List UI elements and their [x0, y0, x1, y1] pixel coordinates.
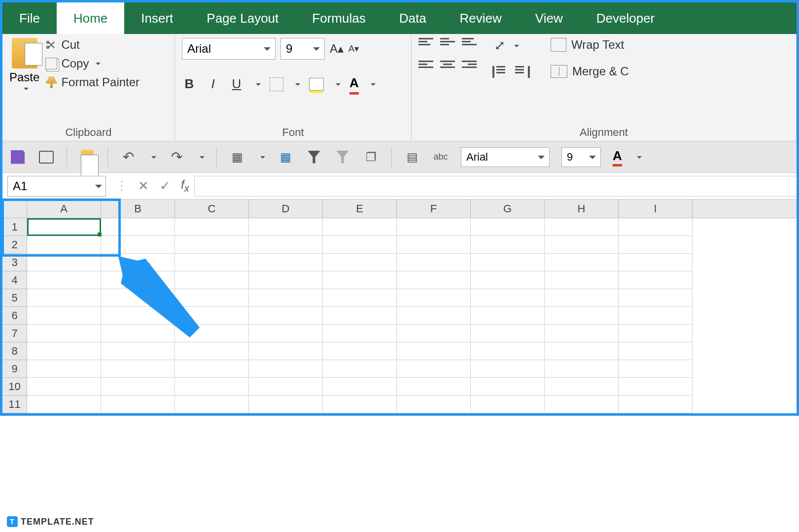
save-button[interactable] — [9, 149, 26, 166]
underline-dropdown-icon[interactable] — [256, 83, 261, 88]
cell-e2[interactable] — [323, 236, 397, 254]
cell-g9[interactable] — [471, 360, 545, 378]
cell-i6[interactable] — [619, 307, 693, 325]
cell-e3[interactable] — [323, 254, 397, 271]
underline-button[interactable]: U — [229, 76, 244, 92]
row-header-9[interactable]: 9 — [2, 360, 27, 378]
row-header-8[interactable]: 8 — [2, 342, 27, 360]
increase-font-icon[interactable]: A▴ — [330, 42, 344, 56]
cell-d7[interactable] — [249, 325, 323, 342]
cell-b8[interactable] — [101, 342, 175, 360]
merge-center-button[interactable]: Merge & C — [551, 65, 629, 78]
cell-b3[interactable] — [101, 254, 175, 271]
cell-i3[interactable] — [619, 254, 693, 271]
qat-font-color-dropdown[interactable] — [637, 156, 642, 161]
cell-f7[interactable] — [397, 325, 471, 342]
cell-c2[interactable] — [175, 236, 249, 254]
cell-a10[interactable] — [27, 378, 101, 396]
align-middle-icon[interactable] — [440, 38, 455, 49]
undo-button[interactable]: ↶ — [120, 149, 137, 166]
cell-d1[interactable] — [249, 218, 323, 236]
cell-d10[interactable] — [249, 378, 323, 396]
cell-g3[interactable] — [471, 254, 545, 271]
qat-font-color-button[interactable]: A — [613, 148, 622, 166]
cell-e8[interactable] — [323, 342, 397, 360]
cell-h11[interactable] — [545, 396, 619, 413]
row-header-6[interactable]: 6 — [2, 307, 27, 325]
row-header-2[interactable]: 2 — [2, 236, 27, 254]
cell-e6[interactable] — [323, 307, 397, 325]
row-header-3[interactable]: 3 — [2, 254, 27, 271]
qat-freeze-button[interactable]: ▤ — [404, 149, 420, 166]
qat-font-size[interactable] — [561, 147, 601, 167]
cell-g5[interactable] — [471, 289, 545, 307]
col-header-b[interactable]: B — [101, 200, 175, 218]
qat-paste-button[interactable] — [79, 149, 96, 166]
qat-clear-filter-button[interactable] — [334, 149, 351, 166]
cell-e9[interactable] — [323, 360, 397, 378]
cell-i7[interactable] — [619, 325, 693, 342]
tab-page-layout[interactable]: Page Layout — [190, 2, 295, 34]
fx-icon[interactable]: fx — [176, 178, 194, 194]
qat-spell-button[interactable]: abc — [432, 149, 449, 166]
decrease-indent-button[interactable] — [492, 66, 507, 78]
formula-input[interactable] — [194, 176, 797, 197]
cell-a7[interactable] — [27, 325, 101, 342]
font-color-dropdown-icon[interactable] — [371, 83, 376, 88]
cell-b11[interactable] — [101, 396, 175, 413]
cell-b6[interactable] — [101, 307, 175, 325]
cell-d11[interactable] — [249, 396, 323, 413]
cell-h7[interactable] — [545, 325, 619, 342]
formula-dots[interactable]: ⋮ — [111, 178, 133, 194]
cell-d4[interactable] — [249, 271, 323, 289]
wrap-text-button[interactable]: Wrap Text — [551, 38, 629, 52]
cell-e10[interactable] — [323, 378, 397, 396]
italic-button[interactable]: I — [206, 76, 220, 92]
increase-indent-button[interactable] — [515, 66, 530, 78]
qat-window-button[interactable]: ❐ — [363, 149, 380, 166]
cell-f10[interactable] — [397, 378, 471, 396]
cell-e1[interactable] — [323, 218, 397, 236]
qat-font-name[interactable] — [461, 147, 550, 167]
cell-f3[interactable] — [397, 254, 471, 271]
cell-i10[interactable] — [619, 378, 693, 396]
border-dropdown-icon[interactable] — [295, 83, 300, 88]
orientation-dropdown-icon[interactable] — [514, 45, 519, 50]
copy-button[interactable]: Copy — [45, 57, 139, 70]
cell-h3[interactable] — [545, 254, 619, 271]
row-header-11[interactable]: 11 — [2, 396, 27, 413]
cell-e7[interactable] — [323, 325, 397, 342]
redo-button[interactable]: ↷ — [168, 149, 185, 166]
bold-button[interactable]: B — [182, 76, 197, 92]
cell-g4[interactable] — [471, 271, 545, 289]
col-header-g[interactable]: G — [471, 200, 545, 218]
cell-a5[interactable] — [27, 289, 101, 307]
cell-h6[interactable] — [545, 307, 619, 325]
row-header-4[interactable]: 4 — [2, 271, 27, 289]
cell-b5[interactable] — [101, 289, 175, 307]
align-left-icon[interactable] — [418, 61, 433, 71]
cell-d5[interactable] — [249, 289, 323, 307]
tab-formulas[interactable]: Formulas — [295, 2, 382, 34]
cell-g1[interactable] — [471, 218, 545, 236]
cell-d6[interactable] — [249, 307, 323, 325]
cell-b10[interactable] — [101, 378, 175, 396]
tab-view[interactable]: View — [519, 2, 580, 34]
col-header-e[interactable]: E — [323, 200, 397, 218]
tab-file[interactable]: File — [2, 2, 57, 34]
cell-i11[interactable] — [619, 396, 693, 413]
col-header-a[interactable]: A — [27, 200, 101, 218]
row-header-10[interactable]: 10 — [2, 378, 27, 396]
name-box[interactable] — [7, 176, 106, 197]
qat-filter-button[interactable] — [306, 149, 322, 166]
align-center-icon[interactable] — [440, 61, 455, 71]
cell-g7[interactable] — [471, 325, 545, 342]
cell-e11[interactable] — [323, 396, 397, 413]
undo-dropdown-icon[interactable] — [151, 156, 156, 161]
font-color-button[interactable]: A — [349, 75, 359, 93]
tab-insert[interactable]: Insert — [124, 2, 190, 34]
cell-f2[interactable] — [397, 236, 471, 254]
cell-a11[interactable] — [27, 396, 101, 413]
cell-h2[interactable] — [545, 236, 619, 254]
cell-i8[interactable] — [619, 342, 693, 360]
